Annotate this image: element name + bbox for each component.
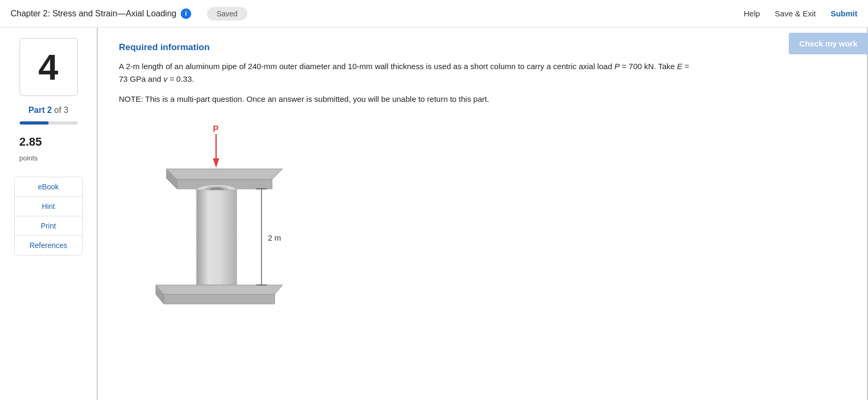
header: Chapter 2: Stress and Strain—Axial Loadi… bbox=[0, 0, 868, 27]
main-layout: 4 Part 2 of 3 2.85 points eBook Hint Pri… bbox=[0, 27, 868, 400]
check-my-work-button[interactable]: Check my work bbox=[789, 33, 868, 54]
svg-rect-8 bbox=[197, 190, 237, 285]
references-button[interactable]: References bbox=[15, 236, 82, 255]
part-number-bold: Part 2 bbox=[29, 106, 52, 115]
ebook-button[interactable]: eBook bbox=[15, 177, 82, 197]
points-value: 2.85 bbox=[20, 135, 78, 149]
load-label: P bbox=[213, 125, 219, 134]
svg-marker-2 bbox=[166, 169, 283, 179]
svg-rect-10 bbox=[164, 294, 275, 304]
print-button[interactable]: Print bbox=[15, 216, 82, 236]
saved-badge: Saved bbox=[207, 7, 247, 21]
note-text: NOTE: This is a multi-part question. Onc… bbox=[119, 93, 700, 106]
part-label: Part 2 of 3 bbox=[29, 106, 69, 115]
chapter-title-text: Chapter 2: Stress and Strain—Axial Loadi… bbox=[11, 9, 176, 18]
submit-button[interactable]: Submit bbox=[830, 9, 857, 18]
dimension-label: 2 m bbox=[268, 233, 281, 242]
diagram-container: P bbox=[119, 120, 846, 342]
header-title: Chapter 2: Stress and Strain—Axial Loadi… bbox=[11, 8, 191, 19]
sidebar: 4 Part 2 of 3 2.85 points eBook Hint Pri… bbox=[0, 27, 98, 400]
points-label: points bbox=[20, 154, 78, 162]
content-area: Required information A 2-m length of an … bbox=[98, 27, 867, 400]
header-actions: Help Save & Exit Submit bbox=[744, 9, 857, 18]
part-progress-fill bbox=[20, 121, 49, 125]
problem-text: A 2-m length of an aluminum pipe of 240-… bbox=[119, 60, 700, 85]
info-icon[interactable]: i bbox=[181, 8, 191, 19]
column-diagram: P bbox=[135, 120, 314, 342]
help-link[interactable]: Help bbox=[744, 9, 760, 18]
save-exit-link[interactable]: Save & Exit bbox=[775, 9, 816, 18]
svg-marker-9 bbox=[156, 285, 283, 294]
sidebar-actions: eBook Hint Print References bbox=[14, 177, 83, 255]
required-info-title: Required information bbox=[119, 42, 846, 53]
question-number-box: 4 bbox=[20, 38, 78, 96]
part-total: of 3 bbox=[52, 106, 68, 115]
part-progress-bar bbox=[20, 121, 78, 125]
svg-marker-1 bbox=[213, 158, 219, 168]
hint-button[interactable]: Hint bbox=[15, 197, 82, 216]
question-number: 4 bbox=[39, 46, 59, 88]
